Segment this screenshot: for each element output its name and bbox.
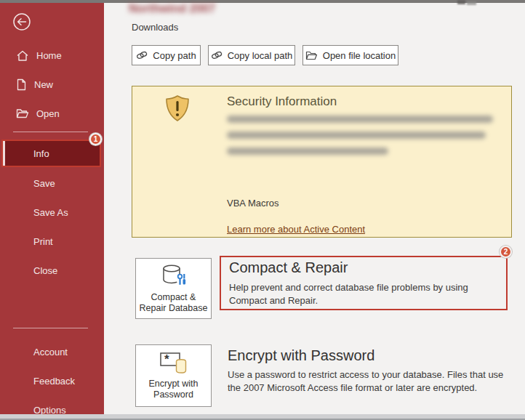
database-title-blurred: Northwind 2007 (129, 2, 215, 15)
description-line: the 2007 Microsoft Access file format or… (228, 381, 503, 395)
sidebar-divider (13, 328, 88, 328)
back-button[interactable] (12, 12, 32, 32)
copy-path-button[interactable]: Copy path (132, 45, 201, 65)
sidebar-item-label: Info (33, 148, 49, 159)
sidebar-item-home[interactable]: Home (0, 41, 104, 70)
open-file-location-button[interactable]: Open file location (302, 45, 398, 65)
button-label-line: Repair Database (140, 303, 208, 314)
sidebar-item-account[interactable]: Account (0, 340, 104, 363)
button-label-line: Password (148, 389, 198, 400)
button-label: Copy local path (228, 50, 293, 61)
encrypt-password-heading: Encrypt with Password (228, 347, 374, 364)
password-database-icon: * (158, 351, 190, 376)
annotation-badge-2: 2 (500, 246, 512, 258)
button-label: Open file location (323, 50, 396, 61)
selection-indicator (3, 141, 5, 166)
database-repair-icon (159, 263, 188, 289)
sidebar-item-new[interactable]: New (0, 70, 104, 99)
sidebar-item-save-as[interactable]: Save As (0, 201, 104, 224)
sidebar-item-label: Feedback (33, 376, 75, 387)
description-line: Help prevent and correct database file p… (229, 281, 468, 294)
link-icon (136, 50, 148, 60)
sidebar-item-print[interactable]: Print (0, 230, 104, 253)
new-file-icon (16, 78, 27, 91)
compact-repair-heading: Compact & Repair (229, 259, 348, 276)
blurred-text-line (227, 148, 388, 155)
sidebar-item-label: Account (33, 347, 68, 358)
sidebar-item-label: Home (36, 50, 62, 61)
security-information-panel: Security Information VBA Macros Learn mo… (132, 86, 512, 238)
window-control-fragment (457, 0, 465, 4)
encrypt-password-description: Use a password to restrict access to you… (228, 368, 503, 395)
compact-repair-description: Help prevent and correct database file p… (229, 281, 468, 307)
home-icon (16, 49, 29, 62)
open-folder-icon (305, 51, 318, 60)
security-panel-title: Security Information (227, 94, 337, 109)
sidebar-item-open[interactable]: Open (0, 99, 104, 128)
sidebar-item-label: New (34, 79, 53, 90)
sidebar-item-close[interactable]: Close (0, 259, 104, 282)
sidebar-divider (13, 132, 88, 132)
window-control-fragment (467, 1, 476, 5)
button-label-line: Encrypt with (148, 379, 198, 389)
sidebar-item-save[interactable]: Save (0, 171, 104, 195)
description-line: Use a password to restrict access to you… (228, 368, 503, 381)
open-folder-icon (16, 108, 29, 118)
compact-repair-database-button[interactable]: Compact & Repair Database (135, 258, 212, 319)
back-arrow-icon (12, 12, 32, 32)
sidebar-item-label: Print (33, 236, 53, 247)
description-line: Compact and Repair. (229, 294, 468, 307)
sidebar-item-info-selected[interactable]: Info (1, 140, 101, 167)
link-icon (211, 50, 223, 60)
learn-more-active-content-link[interactable]: Learn more about Active Content (227, 224, 365, 235)
sidebar-item-label: Save (33, 178, 55, 189)
vba-macros-label: VBA Macros (227, 198, 279, 209)
backstage-sidebar: Home New Open Info Save Save As Print Cl… (0, 3, 104, 414)
button-label: Copy path (153, 50, 196, 61)
asterisk-glyph: * (164, 352, 169, 366)
encrypt-with-password-button[interactable]: * Encrypt with Password (135, 344, 212, 407)
button-label-line: Compact & (140, 292, 208, 303)
sidebar-item-feedback[interactable]: Feedback (0, 369, 104, 392)
file-location-label: Downloads (132, 22, 178, 33)
copy-local-path-button[interactable]: Copy local path (208, 45, 295, 65)
sidebar-item-label: Open (36, 108, 60, 119)
security-shield-icon (164, 94, 191, 124)
blurred-text-line (227, 132, 486, 139)
window-bottom-edge (0, 414, 525, 420)
sidebar-item-label: Close (33, 265, 57, 276)
sidebar-item-label: Save As (33, 207, 68, 218)
annotation-badge-1: 1 (89, 133, 102, 145)
blurred-text-line (227, 116, 493, 123)
